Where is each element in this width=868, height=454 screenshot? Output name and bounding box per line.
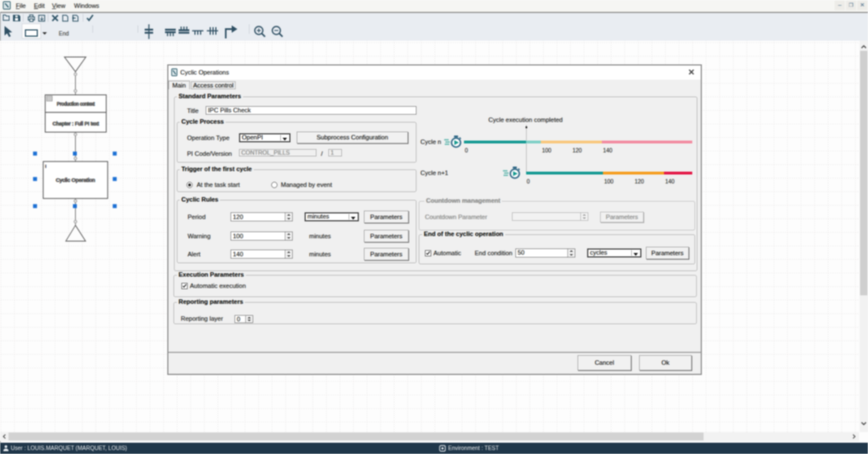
svg-text:Cyclic Operation: Cyclic Operation xyxy=(56,177,96,183)
svg-text:Chapter : Full PI text: Chapter : Full PI text xyxy=(53,121,99,126)
svg-text:i: i xyxy=(45,164,46,169)
svg-text:Production context: Production context xyxy=(57,101,96,107)
svg-text:End: End xyxy=(59,30,69,37)
